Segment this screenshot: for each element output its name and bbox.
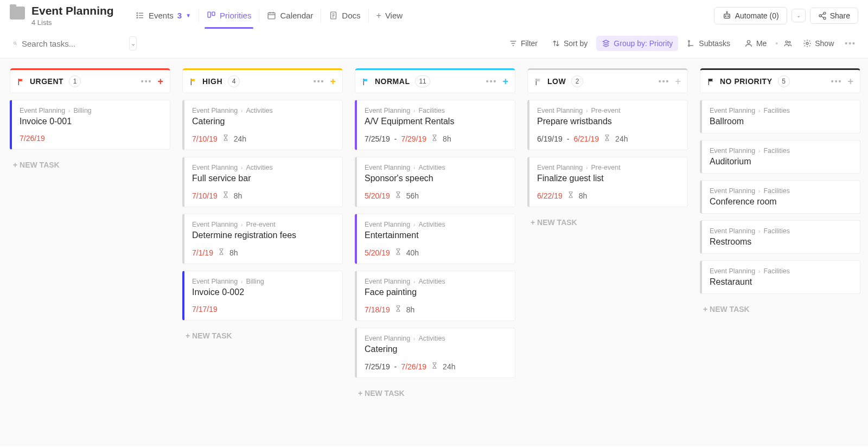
list-icon bbox=[136, 11, 145, 20]
crumb-folder: Event Planning bbox=[710, 107, 755, 114]
task-card[interactable]: Event Planning › Activities Catering 7/2… bbox=[355, 328, 515, 378]
new-task-button[interactable]: + NEW TASK bbox=[10, 156, 170, 174]
task-card[interactable]: Event Planning › Billing Invoice 0-002 7… bbox=[182, 271, 343, 321]
task-card[interactable]: Event Planning › Pre-event Prepare wrist… bbox=[527, 100, 688, 150]
chevron-right-icon: › bbox=[758, 108, 760, 114]
new-task-button[interactable]: + NEW TASK bbox=[182, 327, 343, 344]
column-header: NORMAL 11 ••• + bbox=[355, 68, 515, 93]
filter-label: Filter bbox=[521, 39, 538, 48]
column-menu-button[interactable]: ••• bbox=[141, 77, 152, 86]
crumb-folder: Event Planning bbox=[537, 164, 583, 171]
view-docs[interactable]: Docs bbox=[321, 5, 368, 25]
crumb-folder: Event Planning bbox=[710, 187, 755, 195]
hourglass-icon bbox=[218, 248, 225, 257]
task-card[interactable]: Event Planning › Facilities Auditorium bbox=[700, 140, 860, 174]
column-menu-button[interactable]: ••• bbox=[659, 77, 670, 86]
card-date-end: 7/26/19 bbox=[401, 362, 426, 371]
task-card[interactable]: Event Planning › Activities Full service… bbox=[182, 157, 343, 207]
view-events[interactable]: Events 3 ▼ bbox=[128, 5, 199, 25]
search-caret-button[interactable]: ⌄ bbox=[129, 36, 137, 50]
column-count: 1 bbox=[69, 75, 81, 87]
column-count: 2 bbox=[571, 75, 583, 87]
chevron-right-icon: › bbox=[413, 165, 415, 171]
svg-point-31 bbox=[688, 41, 690, 42]
share-button[interactable]: Share bbox=[810, 8, 858, 24]
calendar-icon bbox=[267, 11, 276, 20]
card-breadcrumb: Event Planning › Facilities bbox=[710, 187, 852, 195]
group-by-button[interactable]: Group by: Priority bbox=[596, 36, 678, 51]
view-add[interactable]: + View bbox=[369, 5, 411, 26]
crumb-folder: Event Planning bbox=[192, 164, 238, 171]
task-card[interactable]: Event Planning › Billing Invoice 0-001 7… bbox=[10, 100, 170, 150]
folder-title: Event Planning bbox=[31, 4, 114, 17]
new-task-button[interactable]: + NEW TASK bbox=[355, 385, 515, 402]
chevron-down-icon: ⌄ bbox=[131, 40, 136, 47]
column-add-button[interactable]: + bbox=[502, 76, 508, 87]
column-count: 5 bbox=[778, 75, 790, 87]
column-menu-button[interactable]: ••• bbox=[314, 77, 325, 86]
chevron-right-icon: › bbox=[758, 268, 760, 274]
chevron-right-icon: › bbox=[413, 222, 415, 228]
svg-point-4 bbox=[137, 15, 137, 16]
more-button[interactable]: ••• bbox=[843, 36, 858, 51]
automate-caret-button[interactable]: ⌄ bbox=[792, 9, 806, 22]
task-card[interactable]: Event Planning › Activities Face paintin… bbox=[355, 271, 515, 321]
automate-button[interactable]: Automate (0) bbox=[714, 7, 787, 24]
filter-button[interactable]: Filter bbox=[503, 36, 543, 51]
task-card[interactable]: Event Planning › Pre-event Finalize gues… bbox=[527, 157, 688, 207]
column-add-button[interactable]: + bbox=[847, 76, 853, 87]
card-estimate: 8h bbox=[406, 305, 415, 314]
task-card[interactable]: Event Planning › Activities Catering 7/1… bbox=[182, 100, 343, 150]
crumb-list: Pre-event bbox=[591, 164, 620, 171]
crumb-folder: Event Planning bbox=[365, 164, 410, 171]
hourglass-icon bbox=[222, 134, 229, 143]
new-task-button[interactable]: + NEW TASK bbox=[700, 300, 860, 318]
subtasks-button[interactable]: Subtasks bbox=[681, 36, 736, 51]
card-date-start: 7/25/19 bbox=[365, 362, 390, 371]
assignees-button[interactable] bbox=[781, 36, 794, 51]
card-breadcrumb: Event Planning › Billing bbox=[20, 107, 162, 114]
task-card[interactable]: Event Planning › Activities Entertainmen… bbox=[355, 214, 515, 264]
card-meta: 7/10/198h bbox=[192, 191, 335, 200]
group-by-label: Group by: Priority bbox=[614, 39, 673, 48]
chevron-right-icon: › bbox=[758, 188, 760, 194]
view-events-badge: 3 bbox=[177, 11, 182, 20]
card-estimate: 8h bbox=[234, 191, 242, 200]
me-button[interactable]: Me bbox=[739, 36, 772, 51]
card-breadcrumb: Event Planning › Activities bbox=[192, 107, 335, 114]
share-icon bbox=[818, 11, 827, 20]
card-date-start: 6/19/19 bbox=[537, 135, 563, 143]
caret-down-icon: ▼ bbox=[186, 12, 191, 18]
sort-button[interactable]: Sort by bbox=[546, 36, 593, 51]
column-menu-button[interactable]: ••• bbox=[486, 77, 497, 86]
task-card[interactable]: Event Planning › Facilities A/V Equipmen… bbox=[355, 100, 515, 150]
svg-rect-8 bbox=[269, 13, 276, 19]
view-calendar[interactable]: Calendar bbox=[259, 5, 321, 25]
card-breadcrumb: Event Planning › Activities bbox=[365, 278, 507, 285]
show-button[interactable]: Show bbox=[797, 36, 839, 51]
task-card[interactable]: Event Planning › Facilities Ballroom bbox=[700, 100, 860, 133]
task-card[interactable]: Event Planning › Facilities Conference r… bbox=[700, 180, 860, 214]
task-card[interactable]: Event Planning › Facilities Restrooms bbox=[700, 220, 860, 254]
crumb-list: Facilities bbox=[763, 267, 790, 275]
crumb-folder: Event Planning bbox=[710, 227, 755, 235]
chevron-right-icon: › bbox=[758, 148, 760, 154]
card-title: A/V Equipment Rentals bbox=[365, 117, 507, 126]
svg-point-18 bbox=[727, 16, 729, 17]
search-input[interactable] bbox=[22, 39, 125, 48]
card-title: Finalize guest list bbox=[537, 174, 680, 183]
column-menu-button[interactable]: ••• bbox=[831, 77, 843, 86]
column-add-button[interactable]: + bbox=[157, 76, 163, 87]
column-add-button[interactable]: + bbox=[330, 76, 336, 87]
task-card[interactable]: Event Planning › Activities Sponsor's sp… bbox=[355, 157, 515, 207]
view-priorities[interactable]: Priorities bbox=[199, 5, 259, 25]
task-card[interactable]: Event Planning › Pre-event Determine reg… bbox=[182, 214, 343, 264]
date-separator: - bbox=[394, 362, 397, 371]
column-add-button[interactable]: + bbox=[675, 76, 681, 87]
task-card[interactable]: Event Planning › Facilities Restaraunt bbox=[700, 260, 860, 294]
crumb-list: Facilities bbox=[763, 147, 790, 155]
svg-rect-7 bbox=[212, 12, 215, 15]
card-breadcrumb: Event Planning › Pre-event bbox=[537, 164, 680, 171]
new-task-button[interactable]: + NEW TASK bbox=[527, 214, 688, 231]
card-breadcrumb: Event Planning › Billing bbox=[192, 278, 335, 285]
